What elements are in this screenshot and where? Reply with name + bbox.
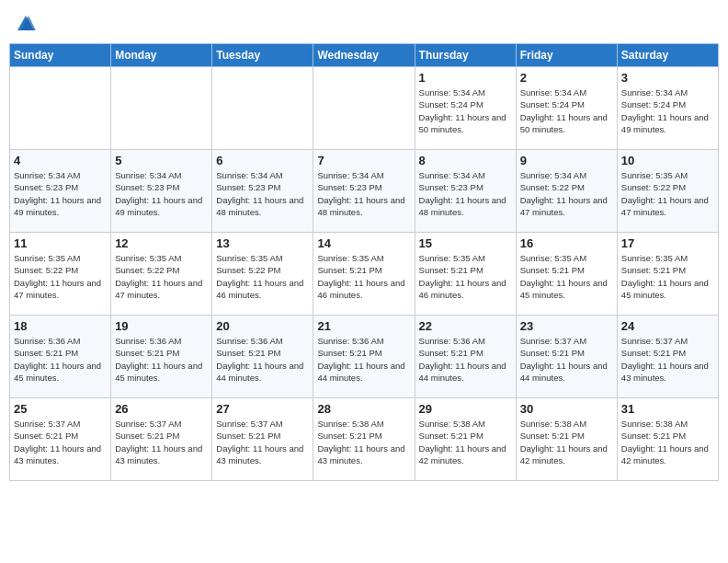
day-info: Sunrise: 5:34 AM Sunset: 5:23 PM Dayligh…	[115, 169, 208, 218]
day-info: Sunrise: 5:35 AM Sunset: 5:22 PM Dayligh…	[115, 252, 208, 301]
day-info: Sunrise: 5:34 AM Sunset: 5:24 PM Dayligh…	[520, 86, 613, 135]
day-info: Sunrise: 5:34 AM Sunset: 5:22 PM Dayligh…	[520, 169, 613, 218]
calendar-table: SundayMondayTuesdayWednesdayThursdayFrid…	[9, 43, 719, 481]
day-info: Sunrise: 5:37 AM Sunset: 5:21 PM Dayligh…	[621, 335, 714, 384]
day-info: Sunrise: 5:35 AM Sunset: 5:21 PM Dayligh…	[520, 252, 613, 301]
day-number: 12	[115, 236, 208, 250]
calendar-cell: 15Sunrise: 5:35 AM Sunset: 5:21 PM Dayli…	[415, 233, 516, 316]
calendar-week-row: 4Sunrise: 5:34 AM Sunset: 5:23 PM Daylig…	[10, 150, 719, 233]
calendar-cell: 28Sunrise: 5:38 AM Sunset: 5:21 PM Dayli…	[313, 398, 415, 481]
day-info: Sunrise: 5:37 AM Sunset: 5:21 PM Dayligh…	[216, 418, 309, 466]
day-number: 27	[216, 402, 309, 416]
calendar-week-row: 1Sunrise: 5:34 AM Sunset: 5:24 PM Daylig…	[10, 67, 719, 150]
day-number: 10	[621, 154, 714, 167]
calendar-cell: 6Sunrise: 5:34 AM Sunset: 5:23 PM Daylig…	[212, 150, 313, 233]
day-info: Sunrise: 5:38 AM Sunset: 5:21 PM Dayligh…	[317, 418, 410, 466]
calendar-cell: 20Sunrise: 5:36 AM Sunset: 5:21 PM Dayli…	[212, 316, 313, 398]
logo	[14, 14, 36, 34]
day-info: Sunrise: 5:35 AM Sunset: 5:22 PM Dayligh…	[216, 252, 309, 301]
page-header	[9, 9, 719, 34]
day-info: Sunrise: 5:35 AM Sunset: 5:22 PM Dayligh…	[621, 169, 714, 218]
day-number: 2	[520, 71, 613, 85]
day-info: Sunrise: 5:34 AM Sunset: 5:23 PM Dayligh…	[419, 169, 512, 218]
day-number: 4	[14, 154, 107, 167]
day-info: Sunrise: 5:38 AM Sunset: 5:21 PM Dayligh…	[621, 418, 714, 466]
calendar-cell: 22Sunrise: 5:36 AM Sunset: 5:21 PM Dayli…	[415, 316, 516, 398]
calendar-cell: 7Sunrise: 5:34 AM Sunset: 5:23 PM Daylig…	[313, 150, 415, 233]
day-number: 7	[317, 154, 410, 167]
calendar-cell: 24Sunrise: 5:37 AM Sunset: 5:21 PM Dayli…	[617, 316, 718, 398]
day-info: Sunrise: 5:37 AM Sunset: 5:21 PM Dayligh…	[520, 335, 613, 384]
logo-icon	[16, 14, 36, 34]
calendar-cell: 23Sunrise: 5:37 AM Sunset: 5:21 PM Dayli…	[516, 316, 617, 398]
calendar-cell: 25Sunrise: 5:37 AM Sunset: 5:21 PM Dayli…	[10, 398, 111, 481]
day-number: 22	[419, 319, 512, 333]
day-number: 1	[419, 71, 512, 85]
weekday-header: Wednesday	[313, 44, 415, 67]
calendar-cell: 26Sunrise: 5:37 AM Sunset: 5:21 PM Dayli…	[111, 398, 212, 481]
calendar-cell: 30Sunrise: 5:38 AM Sunset: 5:21 PM Dayli…	[516, 398, 617, 481]
day-info: Sunrise: 5:38 AM Sunset: 5:21 PM Dayligh…	[419, 418, 512, 466]
weekday-header: Monday	[111, 44, 212, 67]
calendar-cell: 31Sunrise: 5:38 AM Sunset: 5:21 PM Dayli…	[617, 398, 718, 481]
weekday-header: Sunday	[10, 44, 111, 67]
day-number: 23	[520, 319, 613, 333]
day-number: 26	[115, 402, 208, 416]
day-number: 3	[621, 71, 714, 85]
day-info: Sunrise: 5:36 AM Sunset: 5:21 PM Dayligh…	[14, 335, 107, 384]
day-number: 13	[216, 236, 309, 250]
day-info: Sunrise: 5:36 AM Sunset: 5:21 PM Dayligh…	[419, 335, 512, 384]
day-number: 29	[419, 402, 512, 416]
calendar-cell	[313, 67, 415, 150]
day-number: 19	[115, 319, 208, 333]
day-number: 11	[14, 236, 107, 250]
day-info: Sunrise: 5:36 AM Sunset: 5:21 PM Dayligh…	[115, 335, 208, 384]
day-info: Sunrise: 5:34 AM Sunset: 5:24 PM Dayligh…	[621, 86, 714, 135]
calendar-cell: 12Sunrise: 5:35 AM Sunset: 5:22 PM Dayli…	[111, 233, 212, 316]
day-info: Sunrise: 5:36 AM Sunset: 5:21 PM Dayligh…	[216, 335, 309, 384]
day-info: Sunrise: 5:35 AM Sunset: 5:21 PM Dayligh…	[419, 252, 512, 301]
day-info: Sunrise: 5:35 AM Sunset: 5:21 PM Dayligh…	[317, 252, 410, 301]
day-number: 17	[621, 236, 714, 250]
calendar-cell: 17Sunrise: 5:35 AM Sunset: 5:21 PM Dayli…	[617, 233, 718, 316]
calendar-cell	[10, 67, 111, 150]
calendar-week-row: 18Sunrise: 5:36 AM Sunset: 5:21 PM Dayli…	[10, 316, 719, 398]
calendar-cell	[111, 67, 212, 150]
day-number: 6	[216, 154, 309, 167]
day-number: 24	[621, 319, 714, 333]
day-info: Sunrise: 5:35 AM Sunset: 5:22 PM Dayligh…	[14, 252, 107, 301]
weekday-header: Saturday	[617, 44, 718, 67]
day-number: 15	[419, 236, 512, 250]
day-number: 21	[317, 319, 410, 333]
calendar-cell: 8Sunrise: 5:34 AM Sunset: 5:23 PM Daylig…	[415, 150, 516, 233]
day-number: 30	[520, 402, 613, 416]
day-info: Sunrise: 5:37 AM Sunset: 5:21 PM Dayligh…	[115, 418, 208, 466]
calendar-cell: 27Sunrise: 5:37 AM Sunset: 5:21 PM Dayli…	[212, 398, 313, 481]
calendar-cell: 29Sunrise: 5:38 AM Sunset: 5:21 PM Dayli…	[415, 398, 516, 481]
weekday-header-row: SundayMondayTuesdayWednesdayThursdayFrid…	[10, 44, 719, 67]
calendar-cell: 14Sunrise: 5:35 AM Sunset: 5:21 PM Dayli…	[313, 233, 415, 316]
day-number: 20	[216, 319, 309, 333]
weekday-header: Tuesday	[212, 44, 313, 67]
day-info: Sunrise: 5:36 AM Sunset: 5:21 PM Dayligh…	[317, 335, 410, 384]
day-number: 28	[317, 402, 410, 416]
calendar-cell: 18Sunrise: 5:36 AM Sunset: 5:21 PM Dayli…	[10, 316, 111, 398]
day-number: 25	[14, 402, 107, 416]
calendar-cell: 9Sunrise: 5:34 AM Sunset: 5:22 PM Daylig…	[516, 150, 617, 233]
day-number: 9	[520, 154, 613, 167]
calendar-cell: 5Sunrise: 5:34 AM Sunset: 5:23 PM Daylig…	[111, 150, 212, 233]
calendar-cell: 1Sunrise: 5:34 AM Sunset: 5:24 PM Daylig…	[415, 67, 516, 150]
day-info: Sunrise: 5:38 AM Sunset: 5:21 PM Dayligh…	[520, 418, 613, 466]
calendar-cell: 13Sunrise: 5:35 AM Sunset: 5:22 PM Dayli…	[212, 233, 313, 316]
day-info: Sunrise: 5:35 AM Sunset: 5:21 PM Dayligh…	[621, 252, 714, 301]
weekday-header: Friday	[516, 44, 617, 67]
day-number: 31	[621, 402, 714, 416]
day-number: 5	[115, 154, 208, 167]
day-info: Sunrise: 5:34 AM Sunset: 5:23 PM Dayligh…	[14, 169, 107, 218]
day-number: 18	[14, 319, 107, 333]
calendar-week-row: 11Sunrise: 5:35 AM Sunset: 5:22 PM Dayli…	[10, 233, 719, 316]
calendar-cell: 11Sunrise: 5:35 AM Sunset: 5:22 PM Dayli…	[10, 233, 111, 316]
day-info: Sunrise: 5:34 AM Sunset: 5:23 PM Dayligh…	[317, 169, 410, 218]
calendar-cell: 2Sunrise: 5:34 AM Sunset: 5:24 PM Daylig…	[516, 67, 617, 150]
calendar-cell: 21Sunrise: 5:36 AM Sunset: 5:21 PM Dayli…	[313, 316, 415, 398]
